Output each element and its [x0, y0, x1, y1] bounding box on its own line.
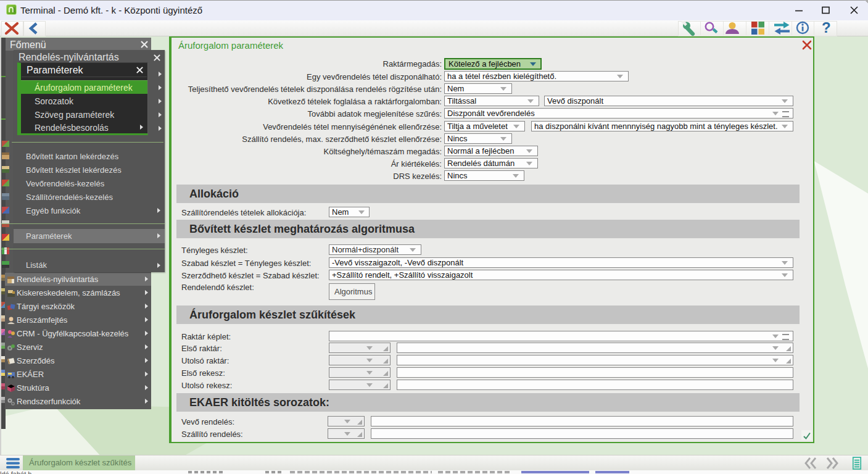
- svg-text:?: ?: [822, 21, 831, 36]
